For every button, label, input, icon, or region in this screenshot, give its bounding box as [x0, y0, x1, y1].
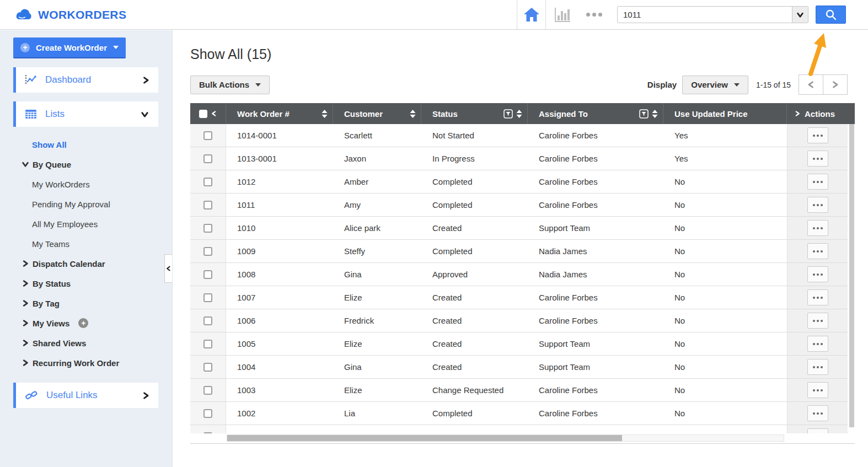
more-options-button[interactable] [579, 0, 609, 29]
plus-icon: + [20, 43, 30, 52]
filter-icon[interactable] [503, 109, 513, 119]
vertical-scrollbar-thumb[interactable] [849, 124, 854, 427]
sidebar-item-dispatch-calendar[interactable]: Dispatch Calendar [0, 254, 172, 273]
sort-icon[interactable] [516, 110, 522, 118]
row-actions-button[interactable] [807, 313, 828, 329]
grid-icon [25, 109, 37, 119]
sidebar-item-recurring-work-order[interactable]: Recurring Work Order [0, 353, 172, 373]
cell-work-order: 1012 [226, 170, 333, 193]
sidebar-item-dashboard[interactable]: Dashboard [13, 67, 158, 93]
cell-status: Completed [421, 240, 528, 262]
row-actions-button[interactable] [807, 428, 828, 433]
cell-use-updated-price: No [663, 194, 787, 216]
sidebar-item-by-status[interactable]: By Status [0, 273, 172, 293]
sort-icon[interactable] [322, 110, 328, 118]
row-actions-button[interactable] [807, 174, 828, 190]
home-button[interactable] [517, 0, 546, 29]
cell-customer: Elize [333, 286, 421, 309]
create-workorder-label: Create WorkOrder [36, 43, 107, 52]
previous-page-button[interactable] [799, 74, 823, 95]
row-checkbox[interactable] [203, 131, 212, 140]
next-page-button[interactable] [823, 74, 848, 95]
sidebar-item-by-queue[interactable]: By Queue [0, 154, 172, 174]
sidebar-item-my-views[interactable]: My Views+ [0, 313, 172, 333]
caret-down-icon [255, 83, 261, 87]
sidebar-item-label: Useful Links [46, 390, 142, 401]
row-actions-button[interactable] [807, 336, 828, 352]
search-button[interactable] [816, 6, 846, 24]
sort-icon[interactable] [652, 110, 658, 118]
cell-work-order: 1009 [226, 240, 333, 262]
sidebar-item-pending-my-approval[interactable]: Pending My Approval [0, 194, 172, 214]
sidebar-item-label: Shared Views [33, 339, 86, 348]
collapse-column-icon[interactable] [211, 110, 217, 117]
search-input[interactable] [618, 7, 792, 23]
horizontal-scrollbar-thumb[interactable] [227, 435, 622, 441]
row-checkbox[interactable] [203, 270, 212, 279]
row-checkbox[interactable] [203, 316, 212, 325]
column-header-work-order[interactable]: Work Order # [226, 103, 333, 124]
row-actions-cell [787, 124, 848, 147]
cell-customer: Amy [333, 194, 421, 216]
row-checkbox[interactable] [203, 409, 212, 418]
row-actions-button[interactable] [807, 151, 828, 167]
horizontal-scrollbar[interactable] [227, 434, 784, 442]
sidebar-item-by-tag[interactable]: By Tag [0, 293, 172, 313]
row-checkbox[interactable] [203, 154, 212, 163]
sidebar-item-all-my-employees[interactable]: All My Employees [0, 214, 172, 234]
sidebar-item-label: My Views [33, 319, 69, 328]
chevron-down-icon [796, 12, 804, 18]
display-mode-dropdown[interactable]: Overview [682, 76, 748, 94]
row-actions-button[interactable] [807, 266, 828, 282]
row-actions-button[interactable] [807, 220, 828, 236]
filter-icon[interactable] [639, 109, 649, 119]
add-view-icon[interactable]: + [78, 318, 88, 328]
sidebar-item-label: Dashboard [45, 74, 142, 85]
vertical-scrollbar[interactable] [848, 124, 855, 433]
column-header-assigned-to[interactable]: Assigned To [528, 103, 663, 124]
sidebar-collapse-handle[interactable] [164, 254, 172, 283]
row-checkbox[interactable] [203, 224, 212, 233]
cell-assigned-to: Support Team [528, 332, 663, 355]
row-actions-button[interactable] [807, 382, 828, 398]
row-actions-button[interactable] [807, 127, 828, 143]
cell-status: Completed [421, 194, 528, 216]
row-checkbox[interactable] [203, 247, 212, 256]
reports-button[interactable] [546, 0, 579, 29]
row-checkbox[interactable] [203, 178, 212, 186]
row-actions-button[interactable] [807, 359, 828, 375]
cell-use-updated-price: No [663, 332, 787, 355]
cell-use-updated-price: No [663, 402, 787, 425]
sidebar-item-shared-views[interactable]: Shared Views [0, 333, 172, 353]
row-checkbox[interactable] [203, 201, 212, 210]
row-checkbox[interactable] [203, 432, 212, 434]
sidebar-item-my-teams[interactable]: My Teams [0, 234, 172, 254]
sort-icon[interactable] [410, 110, 416, 118]
column-header-actions[interactable]: Actions [787, 103, 855, 124]
row-actions-button[interactable] [807, 243, 828, 259]
sidebar-item-lists[interactable]: Lists [13, 101, 158, 127]
sidebar-item-show-all[interactable]: Show All [0, 135, 172, 154]
column-header-use-updated-price[interactable]: Use Updated Price [663, 103, 787, 124]
sidebar-item-my-workorders[interactable]: My WorkOrders [0, 174, 172, 194]
row-actions-button[interactable] [807, 289, 828, 305]
row-checkbox[interactable] [203, 293, 212, 302]
column-header-status[interactable]: Status [421, 103, 528, 124]
bulk-actions-button[interactable]: Bulk Actions [190, 76, 270, 94]
row-checkbox[interactable] [203, 363, 212, 372]
row-select-cell [190, 240, 226, 262]
column-header-customer[interactable]: Customer [333, 103, 421, 124]
cell-customer: Jaxon [333, 147, 421, 170]
create-workorder-button[interactable]: + Create WorkOrder [13, 37, 126, 58]
search-scope-dropdown[interactable] [792, 7, 808, 23]
row-select-cell [190, 124, 226, 147]
row-actions-button[interactable] [807, 405, 828, 421]
sidebar-item-useful-links[interactable]: Useful Links [13, 383, 158, 408]
cell-status: Created [421, 309, 528, 332]
row-checkbox[interactable] [203, 386, 212, 395]
select-all-checkbox[interactable] [199, 110, 207, 118]
row-actions-button[interactable] [807, 197, 828, 213]
row-checkbox[interactable] [203, 340, 212, 348]
table-header: Work Order # Customer [190, 103, 855, 124]
sidebar-item-label: By Status [33, 279, 71, 288]
